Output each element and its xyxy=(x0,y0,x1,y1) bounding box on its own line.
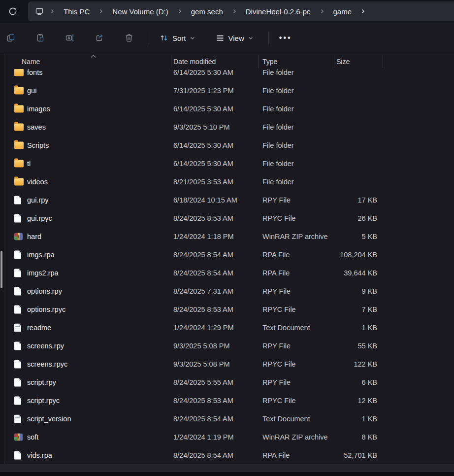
rename-button[interactable] xyxy=(60,28,80,48)
chevron-right-icon xyxy=(231,8,237,14)
file-type: RPA File xyxy=(262,269,290,277)
file-row[interactable]: script.rpy8/24/2025 5:55 AMRPY File6 KB xyxy=(0,373,454,391)
breadcrumb-item[interactable]: game xyxy=(326,3,359,19)
this-pc-icon xyxy=(34,6,44,16)
paste-button[interactable] xyxy=(31,28,50,48)
folder-icon xyxy=(14,123,24,131)
file-list: fonts6/14/2025 5:30 AMFile foldergui7/31… xyxy=(0,63,454,464)
file-icon xyxy=(14,214,21,222)
file-icon xyxy=(14,360,21,368)
file-type: RPYC File xyxy=(262,214,296,222)
file-row[interactable]: options.rpyc8/24/2025 8:53 AMRPYC File7 … xyxy=(0,300,454,318)
date-modified: 8/21/2025 3:53 AM xyxy=(173,178,233,186)
file-size: 5 KB xyxy=(315,233,377,240)
column-resize-handle[interactable] xyxy=(258,55,259,68)
file-name: options.rpy xyxy=(27,287,62,295)
file-icon xyxy=(14,196,21,204)
chevron-down-icon xyxy=(190,35,195,41)
file-row[interactable]: tl6/14/2025 5:30 AMFile folder xyxy=(0,154,454,172)
folder-icon xyxy=(14,105,24,112)
file-name: screens.rpyc xyxy=(27,360,67,368)
view-label: View xyxy=(228,34,244,42)
date-modified: 7/31/2025 1:23 PM xyxy=(173,87,234,95)
rename-icon xyxy=(65,33,75,43)
file-row[interactable]: Scripts6/14/2025 5:30 AMFile folder xyxy=(0,136,454,154)
column-header-date-modified[interactable]: Date modified xyxy=(173,58,216,66)
scrollbar-thumb[interactable] xyxy=(0,251,2,288)
address-bar[interactable]: This PCNew Volume (D:)gem sechDivineHeel… xyxy=(28,1,454,21)
file-size: 12 KB xyxy=(315,397,377,405)
file-size: 55 KB xyxy=(315,342,377,350)
file-row[interactable]: screens.rpy9/3/2025 5:08 PMRPY File55 KB xyxy=(0,337,454,355)
file-name: script_version xyxy=(27,415,71,423)
share-button[interactable] xyxy=(90,28,109,48)
file-name: vids.rpa xyxy=(27,451,52,459)
file-size: 7 KB xyxy=(315,306,377,313)
breadcrumb-item[interactable]: New Volume (D:) xyxy=(105,3,175,19)
file-type: Text Document xyxy=(262,324,310,332)
date-modified: 8/24/2025 8:54 AM xyxy=(173,269,233,277)
breadcrumb-item[interactable]: DivineHeel-0.2.6-pc xyxy=(238,3,318,19)
file-row[interactable]: gui7/31/2025 1:23 PMFile folder xyxy=(0,81,454,100)
file-icon xyxy=(14,250,21,259)
date-modified: 9/3/2025 5:10 PM xyxy=(173,123,229,131)
file-row[interactable]: soft1/24/2024 1:19 PMWinRAR ZIP archive8… xyxy=(0,428,454,446)
date-modified: 6/14/2025 5:30 AM xyxy=(173,141,233,149)
file-row[interactable]: options.rpy8/24/2025 7:31 AMRPY File9 KB xyxy=(0,282,454,300)
date-modified: 6/14/2025 5:30 AM xyxy=(173,68,233,76)
column-header-name[interactable]: Name xyxy=(22,58,40,66)
file-row[interactable]: videos8/21/2025 3:53 AMFile folder xyxy=(0,172,454,191)
file-type: RPYC File xyxy=(262,360,296,368)
file-row[interactable]: script.rpyc8/24/2025 8:53 AMRPYC File12 … xyxy=(0,391,454,409)
column-resize-handle[interactable] xyxy=(334,55,334,68)
file-name: script.rpy xyxy=(27,378,56,386)
breadcrumb-item[interactable]: gem sech xyxy=(184,3,230,19)
refresh-button[interactable] xyxy=(4,4,22,19)
share-icon xyxy=(95,33,104,43)
file-type: File folder xyxy=(262,68,294,76)
more-options-button[interactable]: ••• xyxy=(275,28,296,48)
delete-icon xyxy=(124,33,134,43)
file-name: readme xyxy=(27,324,51,332)
breadcrumb-item[interactable]: This PC xyxy=(56,3,97,19)
date-modified: 8/24/2025 5:55 AM xyxy=(173,378,233,386)
file-row[interactable]: vids.rpa8/24/2025 8:54 AMRPA File52,701 … xyxy=(0,446,454,464)
column-header-size[interactable]: Size xyxy=(336,58,350,66)
file-size: 6 KB xyxy=(315,378,377,386)
file-size: 8 KB xyxy=(315,433,377,441)
file-row[interactable]: hard1/24/2024 1:18 PMWinRAR ZIP archive5… xyxy=(0,227,454,245)
file-icon xyxy=(14,451,21,459)
date-modified: 8/24/2025 8:53 AM xyxy=(173,306,233,313)
file-row[interactable]: gui.rpyc8/24/2025 8:53 AMRPYC File26 KB xyxy=(0,209,454,227)
textdoc-icon xyxy=(14,414,21,423)
file-size: 17 KB xyxy=(315,196,377,204)
file-type: RPY File xyxy=(262,196,291,204)
file-type: RPYC File xyxy=(262,306,296,313)
textdoc-icon xyxy=(14,323,21,332)
file-row[interactable]: imgs2.rpa8/24/2025 8:54 AMRPA File39,644… xyxy=(0,264,454,282)
file-row[interactable]: gui.rpy6/18/2024 10:15 AMRPY File17 KB xyxy=(0,191,454,209)
file-type: RPY File xyxy=(262,342,291,350)
file-row[interactable]: imgs.rpa8/24/2025 8:54 AMRPA File108,204… xyxy=(0,245,454,264)
file-size: 26 KB xyxy=(315,214,377,222)
column-resize-handle[interactable] xyxy=(383,55,383,68)
view-button[interactable]: View xyxy=(210,28,259,48)
copy-button[interactable] xyxy=(1,28,21,48)
sort-button[interactable]: Sort xyxy=(154,28,200,48)
chevron-right-icon[interactable] xyxy=(360,8,366,14)
file-row[interactable]: screens.rpyc9/3/2025 5:08 PMRPYC File122… xyxy=(0,355,454,373)
column-resize-handle[interactable] xyxy=(171,55,171,68)
date-modified: 1/24/2024 1:18 PM xyxy=(173,233,234,240)
file-row[interactable]: readme1/24/2024 1:29 PMText Document1 KB xyxy=(0,318,454,337)
file-row[interactable]: saves9/3/2025 5:10 PMFile folder xyxy=(0,118,454,136)
paste-icon xyxy=(35,33,45,43)
file-size: 108,204 KB xyxy=(315,251,377,259)
file-type: File folder xyxy=(262,160,294,168)
file-row[interactable]: script_version8/24/2025 8:54 AMText Docu… xyxy=(0,409,454,428)
rar-icon xyxy=(14,433,23,441)
file-name: gui xyxy=(27,87,36,95)
delete-button[interactable] xyxy=(119,28,139,48)
column-header-type[interactable]: Type xyxy=(262,58,277,66)
file-size: 1 KB xyxy=(315,415,377,423)
file-row[interactable]: images6/14/2025 5:30 AMFile folder xyxy=(0,100,454,118)
